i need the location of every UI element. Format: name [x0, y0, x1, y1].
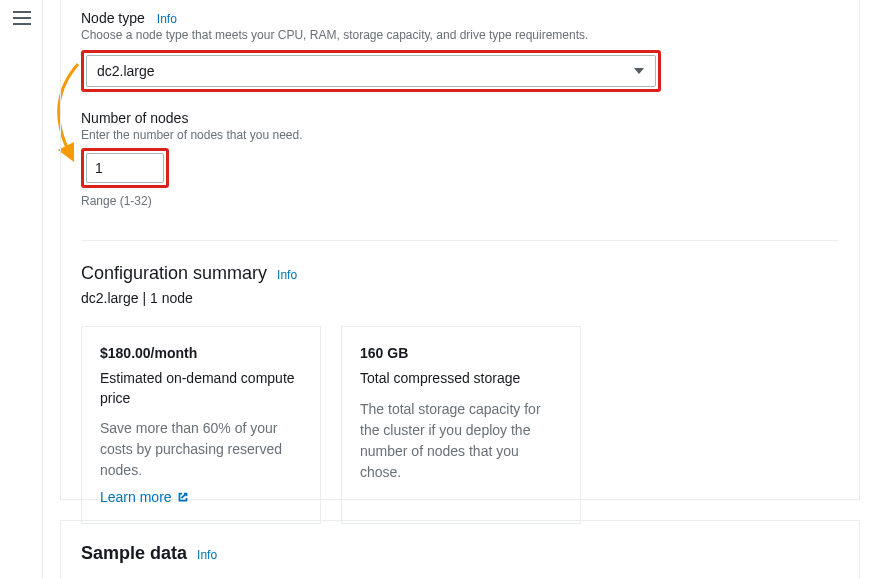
- number-of-nodes-field: Number of nodes Enter the number of node…: [81, 110, 839, 208]
- learn-more-link[interactable]: Learn more: [100, 489, 190, 505]
- sample-data-panel: Sample data Info: [60, 520, 860, 579]
- sample-data-title: Sample data: [81, 543, 187, 564]
- configuration-summary-info-link[interactable]: Info: [277, 268, 297, 282]
- configuration-summary-section: Configuration summary Info dc2.large | 1…: [81, 263, 839, 524]
- configuration-summary-subtitle: dc2.large | 1 node: [81, 290, 839, 306]
- learn-more-label: Learn more: [100, 489, 172, 505]
- price-card-heading: $180.00/month: [100, 345, 302, 361]
- cluster-config-panel: Node type Info Choose a node type that m…: [60, 0, 860, 500]
- external-link-icon: [176, 490, 190, 504]
- number-of-nodes-description: Enter the number of nodes that you need.: [81, 128, 839, 142]
- node-type-select[interactable]: dc2.large: [86, 55, 656, 87]
- node-type-highlight: dc2.large: [81, 50, 661, 92]
- number-of-nodes-input[interactable]: [86, 153, 164, 183]
- storage-card-heading: 160 GB: [360, 345, 562, 361]
- storage-card: 160 GB Total compressed storage The tota…: [341, 326, 581, 524]
- divider: [81, 240, 839, 241]
- configuration-summary-title: Configuration summary: [81, 263, 267, 284]
- chevron-down-icon: [633, 66, 645, 76]
- price-card: $180.00/month Estimated on-demand comput…: [81, 326, 321, 524]
- sample-data-info-link[interactable]: Info: [197, 548, 217, 562]
- node-type-field: Node type Info Choose a node type that m…: [81, 10, 839, 92]
- node-type-selected-value: dc2.large: [97, 63, 155, 79]
- number-of-nodes-range-hint: Range (1-32): [81, 194, 839, 208]
- storage-card-text: The total storage capacity for the clust…: [360, 399, 562, 483]
- node-type-info-link[interactable]: Info: [157, 12, 177, 26]
- price-card-sub: Estimated on-demand compute price: [100, 369, 302, 408]
- price-card-text: Save more than 60% of your costs by purc…: [100, 418, 302, 481]
- storage-card-sub: Total compressed storage: [360, 369, 562, 389]
- node-type-label: Node type: [81, 10, 145, 26]
- hamburger-menu-icon[interactable]: [10, 6, 34, 30]
- number-of-nodes-highlight: [81, 148, 169, 188]
- node-type-description: Choose a node type that meets your CPU, …: [81, 28, 839, 42]
- number-of-nodes-label: Number of nodes: [81, 110, 188, 126]
